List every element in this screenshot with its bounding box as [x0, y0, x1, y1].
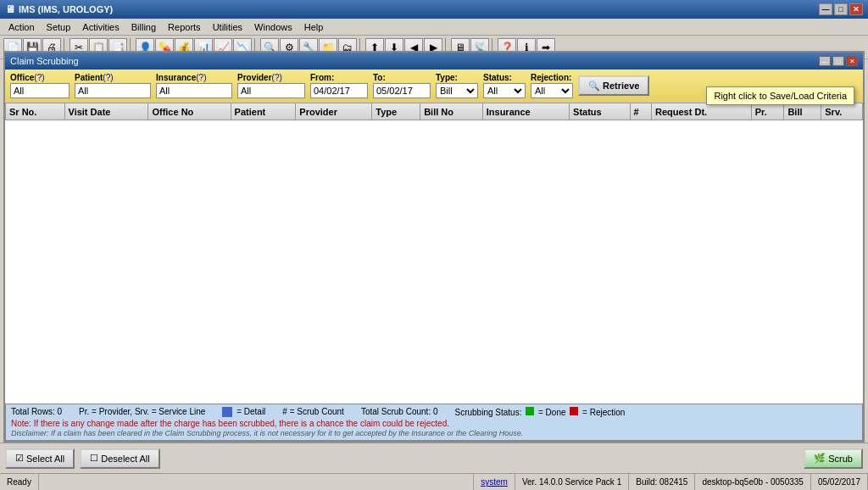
menu-setup[interactable]: Setup	[42, 21, 76, 33]
window-minimize-btn[interactable]: —	[819, 56, 831, 66]
scrubbing-status-label: Scrubbing Status: = Done = Rejection	[455, 407, 626, 417]
rejection-color-indicator	[570, 407, 578, 415]
status-ready: Ready	[0, 474, 39, 490]
type-label: Type:	[436, 73, 478, 82]
insurance-hint[interactable]: (?)	[196, 73, 206, 82]
select-all-icon: ☑	[15, 453, 24, 464]
status-user: system	[474, 474, 515, 490]
retrieve-label: Retrieve	[603, 81, 639, 91]
status-host: desktop-bq5e0b - 0050335	[695, 474, 811, 490]
menu-action[interactable]: Action	[3, 21, 40, 33]
status-version: Ver. 14.0.0 Service Pack 1	[515, 474, 629, 490]
filter-office: Office(?)	[10, 73, 70, 98]
to-date-input[interactable]	[373, 83, 431, 98]
bottom-info-panel: Total Rows: 0 Pr. = Provider, Srv. = Ser…	[5, 404, 863, 441]
col-requestdt: Request Dt.	[651, 103, 751, 120]
window-maximize-btn[interactable]: □	[832, 56, 844, 66]
retrieve-icon: 🔍	[588, 81, 600, 92]
patient-hint[interactable]: (?)	[103, 73, 113, 82]
to-label: To:	[373, 73, 431, 82]
col-type: Type	[372, 103, 420, 120]
scrub-button[interactable]: 🌿 Scrub	[804, 448, 863, 469]
data-table: Sr No. Visit Date Office No Patient Prov…	[5, 103, 863, 120]
disclaimer-text: Disclaimer: If a claim has been cleared …	[11, 429, 857, 437]
retrieve-button[interactable]: 🔍 Retrieve	[578, 75, 649, 96]
maximize-button[interactable]: □	[834, 3, 848, 15]
menu-bar: Action Setup Activities Billing Reports …	[0, 19, 868, 36]
filter-to: To:	[373, 73, 431, 98]
patient-input[interactable]	[75, 83, 151, 98]
detail-label: = Detail	[222, 407, 265, 417]
deselect-all-button[interactable]: ☐ Deselect All	[80, 448, 159, 469]
status-spacer	[39, 474, 474, 490]
title-bar: 🖥 IMS (IMS, UROLOGY) — □ ✕	[0, 0, 868, 19]
rejection-label: Rejection:	[531, 73, 573, 82]
patient-label: Patient(?)	[75, 73, 151, 82]
select-all-label: Select All	[26, 454, 64, 464]
col-bill: Bill	[784, 103, 821, 120]
status-select[interactable]: All New Done Rejected	[483, 83, 526, 98]
menu-windows[interactable]: Windows	[249, 21, 298, 33]
window-title-text: Claim Scrubbing	[10, 56, 79, 66]
select-all-button[interactable]: ☑ Select All	[5, 448, 75, 469]
type-select[interactable]: Bill All	[436, 83, 478, 98]
filter-rejection: Rejection: All Yes No	[531, 73, 573, 98]
deselect-all-icon: ☐	[90, 453, 98, 464]
total-scrub-count: Total Scrub Count: 0	[361, 407, 438, 416]
hash-label: # = Scrub Count	[282, 407, 344, 416]
col-billno: Bill No	[420, 103, 483, 120]
tooltip-box: Right click to Save/Load Criteria	[706, 103, 854, 105]
deselect-all-label: Deselect All	[101, 454, 149, 464]
filter-from: From:	[310, 73, 368, 98]
office-hint[interactable]: (?)	[34, 73, 44, 82]
app-icon: 🖥	[5, 3, 15, 15]
app-title: IMS (IMS, UROLOGY)	[19, 4, 113, 14]
col-hash: #	[630, 103, 651, 120]
col-srv: Srv.	[821, 103, 863, 120]
total-rows: Total Rows: 0	[11, 407, 62, 416]
status-build: Build: 082415	[629, 474, 695, 490]
scrub-label: Scrub	[828, 454, 853, 464]
window-close-btn[interactable]: ✕	[846, 56, 858, 66]
scrub-icon: 🌿	[814, 453, 826, 464]
menu-help[interactable]: Help	[299, 21, 329, 33]
done-color-indicator	[526, 407, 534, 415]
rejection-select[interactable]: All Yes No	[531, 83, 573, 98]
col-srno: Sr No.	[6, 103, 65, 120]
col-insurance: Insurance	[482, 103, 569, 120]
menu-activities[interactable]: Activities	[77, 21, 124, 33]
from-label: From:	[310, 73, 368, 82]
col-status: Status	[570, 103, 631, 120]
window-title-bar: Claim Scrubbing — □ ✕	[5, 53, 863, 70]
col-officeno: Office No	[148, 103, 231, 120]
menu-billing[interactable]: Billing	[126, 21, 161, 33]
office-input[interactable]	[10, 83, 70, 98]
user-link[interactable]: system	[481, 477, 508, 487]
col-patient: Patient	[231, 103, 296, 120]
minimize-button[interactable]: —	[819, 3, 832, 15]
insurance-label: Insurance(?)	[156, 73, 232, 82]
data-table-wrapper: Sr No. Visit Date Office No Patient Prov…	[5, 103, 863, 404]
claim-scrubbing-window: Claim Scrubbing — □ ✕ Office(?) Patient(…	[3, 51, 865, 443]
legend-pr-srv: Pr. = Provider, Srv. = Service Line	[79, 407, 205, 416]
status-bar: Ready system Ver. 14.0.0 Service Pack 1 …	[0, 473, 868, 490]
filter-status: Status: All New Done Rejected	[483, 73, 526, 98]
insurance-input[interactable]	[156, 83, 232, 98]
status-label: Status:	[483, 73, 526, 82]
close-button[interactable]: ✕	[849, 3, 863, 15]
provider-hint[interactable]: (?)	[272, 73, 282, 82]
col-pr: Pr.	[751, 103, 784, 120]
filter-patient: Patient(?)	[75, 73, 151, 98]
from-date-input[interactable]	[310, 83, 368, 98]
filter-insurance: Insurance(?)	[156, 73, 232, 98]
provider-input[interactable]	[237, 83, 305, 98]
office-label: Office(?)	[10, 73, 70, 82]
col-provider: Provider	[296, 103, 372, 120]
menu-utilities[interactable]: Utilities	[208, 21, 248, 33]
menu-reports[interactable]: Reports	[163, 21, 206, 33]
action-bar: ☑ Select All ☐ Deselect All 🌿 Scrub	[0, 443, 868, 473]
disclaimer-note: Note: If there is any change made after …	[11, 419, 857, 428]
detail-icon	[222, 407, 232, 417]
provider-label: Provider(?)	[237, 73, 305, 82]
filter-provider: Provider(?)	[237, 73, 305, 98]
